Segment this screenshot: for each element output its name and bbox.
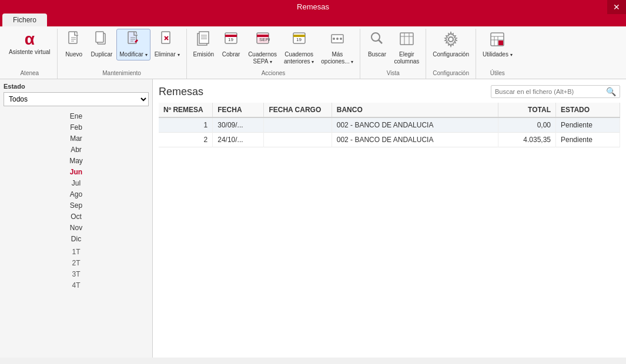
- modificar-button[interactable]: Modificar ▾: [116, 29, 150, 60]
- month-list: Ene Feb Mar Abr May Jun Jul Ago Sep Oct …: [4, 111, 149, 244]
- quarter-1t[interactable]: 1T: [4, 247, 149, 257]
- svg-point-30: [340, 38, 342, 40]
- table-header: Nº REMESA FECHA FECHA CARGO BANCO TOTAL …: [159, 103, 620, 117]
- table-body: 1 30/09/... 002 - BANCO DE ANDALUCIA 0,0…: [159, 117, 620, 147]
- tab-fichero[interactable]: Fichero: [2, 14, 47, 26]
- cell-estado-2: Pendiente: [556, 133, 620, 147]
- month-ago[interactable]: Ago: [4, 189, 149, 200]
- estado-select[interactable]: Todos Pendiente Cobrado Anulado: [4, 92, 149, 106]
- ribbon-group-acciones: Emisión 19 Cobrar SEPA CuadernosSEPA ▾ 1…: [187, 29, 361, 79]
- cell-fechacargo-1: [264, 117, 332, 133]
- close-button[interactable]: ✕: [607, 0, 626, 14]
- col-header-estado: ESTADO: [556, 103, 620, 117]
- atenea-buttons: α Asistente virtual: [6, 29, 53, 70]
- ribbon-group-atenea: α Asistente virtual Atenea: [2, 29, 58, 79]
- cell-banco-2: 002 - BANCO DE ANDALUCIA: [332, 133, 498, 147]
- main-layout: Estado Todos Pendiente Cobrado Anulado E…: [0, 79, 626, 358]
- modificar-icon: [126, 31, 140, 50]
- mas-opciones-icon: [330, 31, 344, 50]
- svg-text:SEPA: SEPA: [259, 37, 270, 42]
- utilidades-button[interactable]: Utilidades ▾: [480, 29, 515, 60]
- table-row[interactable]: 1 30/09/... 002 - BANCO DE ANDALUCIA 0,0…: [159, 117, 620, 133]
- month-jul[interactable]: Jul: [4, 178, 149, 188]
- ribbon-group-vista: Buscar Elegircolumnas Vista: [360, 29, 426, 79]
- sidebar: Estado Todos Pendiente Cobrado Anulado E…: [0, 79, 153, 358]
- svg-text:19: 19: [296, 37, 302, 42]
- estado-label: Estado: [4, 83, 149, 90]
- quarter-2t[interactable]: 2T: [4, 258, 149, 268]
- emision-icon: [196, 31, 210, 50]
- svg-text:19: 19: [228, 37, 233, 42]
- configuracion-button[interactable]: Configuración: [430, 29, 472, 60]
- cell-estado-1: Pendiente: [556, 117, 620, 133]
- svg-rect-43: [498, 41, 503, 45]
- cuadernos-sepa-icon: SEPA: [256, 31, 270, 50]
- ribbon: α Asistente virtual Atenea Nuevo Duplica…: [0, 26, 626, 79]
- asistente-virtual-button[interactable]: α Asistente virtual: [6, 29, 53, 58]
- buscar-icon: [370, 31, 384, 50]
- search-icon[interactable]: 🔍: [606, 87, 616, 96]
- content-area: Remesas 🔍 Nº REMESA FECHA FECHA CARGO BA…: [153, 79, 626, 358]
- cell-total-2: 4.035,35: [498, 133, 555, 147]
- content-header: Remesas 🔍: [159, 85, 620, 98]
- ribbon-group-mantenimiento: Nuevo Duplicar Modificar ▾ Eliminar ▾: [58, 29, 187, 79]
- app-title: Remesas: [297, 2, 329, 11]
- svg-point-29: [336, 38, 339, 40]
- month-ene[interactable]: Ene: [4, 111, 149, 122]
- ribbon-group-utiles: Utilidades ▾ Útiles: [476, 29, 519, 79]
- month-abr[interactable]: Abr: [4, 144, 149, 155]
- acciones-buttons: Emisión 19 Cobrar SEPA CuadernosSEPA ▾ 1…: [190, 29, 357, 70]
- data-table: Nº REMESA FECHA FECHA CARGO BANCO TOTAL …: [159, 103, 620, 147]
- vista-label: Vista: [364, 70, 422, 77]
- cell-fecha-2: 24/10/...: [213, 133, 264, 147]
- page-title: Remesas: [159, 86, 203, 98]
- cobrar-icon: 19: [224, 31, 238, 50]
- month-sep[interactable]: Sep: [4, 200, 149, 211]
- modificar-dropdown-arrow: ▾: [145, 52, 148, 58]
- search-input[interactable]: [495, 88, 606, 95]
- cell-banco-1: 002 - BANCO DE ANDALUCIA: [332, 117, 498, 133]
- month-feb[interactable]: Feb: [4, 122, 149, 133]
- quarter-4t[interactable]: 4T: [4, 280, 149, 291]
- svg-rect-5: [96, 32, 103, 42]
- svg-line-32: [379, 40, 382, 43]
- cuadernos-anteriores-icon: 19: [292, 31, 306, 50]
- ribbon-group-configuracion: Configuración Configuración: [426, 29, 476, 79]
- cell-fecha-1: 30/09/...: [213, 117, 264, 133]
- cuadernos-anteriores-button[interactable]: 19 Cuadernosanteriores ▾: [281, 29, 317, 68]
- cell-total-1: 0,00: [498, 117, 555, 133]
- title-bar: Remesas ✕: [0, 0, 626, 14]
- emision-button[interactable]: Emisión: [190, 29, 217, 60]
- mantenimiento-label: Mantenimiento: [61, 70, 183, 77]
- month-oct[interactable]: Oct: [4, 211, 149, 222]
- eliminar-button[interactable]: Eliminar ▾: [152, 29, 183, 60]
- month-nov[interactable]: Nov: [4, 223, 149, 233]
- col-header-total: TOTAL: [498, 103, 555, 117]
- month-jun[interactable]: Jun: [4, 167, 149, 177]
- alpha-icon: α: [25, 31, 35, 48]
- quarter-3t[interactable]: 3T: [4, 269, 149, 279]
- svg-rect-33: [400, 33, 413, 45]
- acciones-label: Acciones: [190, 70, 357, 77]
- tab-bar: Fichero: [0, 14, 626, 26]
- svg-rect-14: [199, 32, 209, 43]
- nuevo-button[interactable]: Nuevo: [61, 29, 87, 60]
- svg-point-31: [371, 33, 380, 41]
- cell-num-2: 2: [159, 133, 213, 147]
- month-dic[interactable]: Dic: [4, 234, 149, 244]
- atenea-label: Atenea: [6, 70, 53, 77]
- cell-fechacargo-2: [264, 133, 332, 147]
- cobrar-button[interactable]: 19 Cobrar: [218, 29, 244, 60]
- elegir-columnas-button[interactable]: Elegircolumnas: [391, 29, 422, 68]
- month-may[interactable]: May: [4, 156, 149, 166]
- month-mar[interactable]: Mar: [4, 133, 149, 144]
- utiles-label: Útiles: [480, 70, 515, 77]
- mas-opciones-button[interactable]: Másopciones... ▾: [318, 29, 356, 68]
- cuadernos-sepa-button[interactable]: SEPA CuadernosSEPA ▾: [245, 29, 280, 68]
- buscar-button[interactable]: Buscar: [364, 29, 390, 60]
- svg-point-28: [333, 38, 335, 40]
- duplicar-button[interactable]: Duplicar: [88, 29, 116, 60]
- elegir-columnas-icon: [400, 31, 414, 50]
- col-header-fechacargo: FECHA CARGO: [264, 103, 332, 117]
- table-row[interactable]: 2 24/10/... 002 - BANCO DE ANDALUCIA 4.0…: [159, 133, 620, 147]
